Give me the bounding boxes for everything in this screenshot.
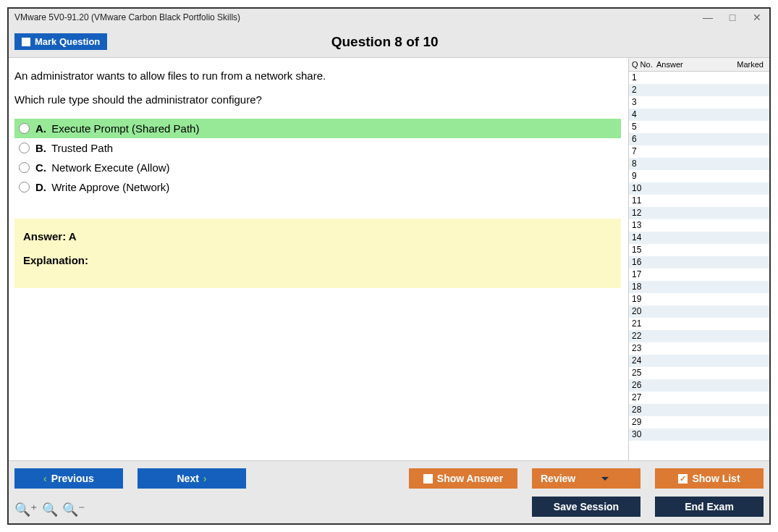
- checkbox-icon: [423, 474, 433, 484]
- row-number: 14: [632, 232, 654, 244]
- row-number: 30: [632, 428, 654, 441]
- previous-button[interactable]: ‹ Previous: [14, 468, 123, 489]
- question-list[interactable]: 1234567891011121314151617181920212223242…: [629, 72, 769, 460]
- show-list-label: Show List: [692, 473, 740, 484]
- question-list-row[interactable]: 2: [629, 84, 769, 96]
- button-row-2: 🔍⁺ 🔍 🔍⁻ Save Session End Exam: [14, 496, 764, 518]
- question-list-row[interactable]: 22: [629, 330, 769, 342]
- review-button[interactable]: Review: [532, 468, 640, 489]
- question-list-row[interactable]: 19: [629, 293, 769, 305]
- next-label: Next: [177, 473, 198, 484]
- window-controls: — □ ✕: [701, 12, 764, 23]
- next-button[interactable]: Next ›: [138, 468, 246, 489]
- question-list-row[interactable]: 8: [629, 158, 769, 170]
- question-list-row[interactable]: 6: [629, 133, 769, 145]
- question-text: An administrator wants to allow files to…: [14, 68, 621, 116]
- option-A[interactable]: A. Execute Prompt (Shared Path): [14, 119, 621, 138]
- minimize-icon[interactable]: —: [701, 12, 714, 23]
- row-number: 26: [632, 379, 654, 392]
- question-list-row[interactable]: 23: [629, 342, 769, 355]
- question-line-1: An administrator wants to allow files to…: [14, 68, 621, 83]
- question-list-row[interactable]: 24: [629, 355, 769, 367]
- question-list-row[interactable]: 7: [629, 145, 769, 158]
- row-number: 28: [632, 404, 654, 416]
- end-exam-label: End Exam: [685, 501, 734, 512]
- question-list-row[interactable]: 13: [629, 219, 769, 232]
- question-list-row[interactable]: 1: [629, 72, 769, 84]
- close-icon[interactable]: ✕: [750, 12, 764, 23]
- question-list-row[interactable]: 29: [629, 416, 769, 428]
- question-list-row[interactable]: 25: [629, 367, 769, 379]
- zoom-reset-icon[interactable]: 🔍: [42, 502, 58, 518]
- save-session-button[interactable]: Save Session: [532, 497, 640, 517]
- question-list-row[interactable]: 16: [629, 256, 769, 269]
- row-number: 20: [632, 305, 654, 318]
- question-list-row[interactable]: 30: [629, 428, 769, 441]
- option-text: B. Trusted Path: [35, 142, 113, 154]
- show-answer-button[interactable]: Show Answer: [409, 468, 517, 489]
- question-list-row[interactable]: 18: [629, 281, 769, 293]
- question-list-row[interactable]: 11: [629, 195, 769, 207]
- row-number: 22: [632, 330, 654, 342]
- app-window: VMware 5V0-91.20 (VMware Carbon Black Po…: [7, 7, 771, 525]
- question-list-row[interactable]: 3: [629, 96, 769, 109]
- review-label: Review: [541, 473, 575, 484]
- col-marked: Marked: [730, 60, 766, 69]
- option-text: D. Write Approve (Network): [35, 181, 169, 193]
- row-number: 19: [632, 293, 654, 305]
- option-D[interactable]: D. Write Approve (Network): [14, 177, 621, 197]
- question-list-row[interactable]: 4: [629, 109, 769, 121]
- option-B[interactable]: B. Trusted Path: [14, 138, 621, 158]
- radio-icon[interactable]: [19, 162, 30, 173]
- radio-icon[interactable]: [19, 123, 30, 134]
- question-list-row[interactable]: 10: [629, 182, 769, 195]
- question-list-row[interactable]: 15: [629, 244, 769, 256]
- question-list-row[interactable]: 9: [629, 170, 769, 182]
- row-number: 5: [632, 121, 654, 133]
- show-list-button[interactable]: ✓ Show List: [655, 468, 764, 489]
- row-number: 10: [632, 182, 654, 195]
- dropdown-icon: [601, 477, 609, 481]
- question-list-row[interactable]: 14: [629, 232, 769, 244]
- col-answer: Answer: [656, 60, 730, 69]
- row-number: 6: [632, 133, 654, 145]
- question-list-row[interactable]: 5: [629, 121, 769, 133]
- save-session-label: Save Session: [554, 501, 619, 512]
- header-bar: Mark Question Question 8 of 10: [9, 26, 769, 58]
- row-number: 13: [632, 219, 654, 232]
- row-number: 16: [632, 256, 654, 269]
- mark-question-button[interactable]: Mark Question: [14, 33, 107, 50]
- row-number: 24: [632, 355, 654, 367]
- body: An administrator wants to allow files to…: [9, 58, 769, 460]
- row-number: 1: [632, 72, 654, 84]
- row-number: 12: [632, 207, 654, 219]
- zoom-in-icon[interactable]: 🔍⁺: [14, 502, 38, 518]
- question-list-row[interactable]: 20: [629, 305, 769, 318]
- checkbox-icon: [22, 38, 30, 46]
- show-answer-label: Show Answer: [437, 473, 503, 484]
- option-C[interactable]: C. Network Execute (Allow): [14, 158, 621, 177]
- question-counter: Question 8 of 10: [107, 34, 662, 50]
- chevron-right-icon: ›: [203, 473, 207, 484]
- question-list-row[interactable]: 28: [629, 404, 769, 416]
- end-exam-button[interactable]: End Exam: [655, 497, 764, 517]
- chevron-left-icon: ‹: [43, 473, 47, 484]
- row-number: 4: [632, 109, 654, 121]
- question-list-row[interactable]: 26: [629, 379, 769, 392]
- explanation-label: Explanation:: [23, 254, 612, 266]
- row-number: 29: [632, 416, 654, 428]
- maximize-icon[interactable]: □: [726, 12, 739, 23]
- question-list-row[interactable]: 21: [629, 318, 769, 330]
- button-row-1: ‹ Previous Next › Show Answer Review ✓ S…: [14, 468, 764, 489]
- question-list-row[interactable]: 17: [629, 269, 769, 281]
- question-line-2: Which rule type should the administrator…: [14, 92, 621, 107]
- row-number: 21: [632, 318, 654, 330]
- answer-panel: Answer: A Explanation:: [14, 219, 621, 288]
- radio-icon[interactable]: [19, 182, 30, 193]
- zoom-out-icon[interactable]: 🔍⁻: [62, 502, 85, 518]
- question-list-row[interactable]: 27: [629, 392, 769, 404]
- radio-icon[interactable]: [19, 143, 30, 153]
- row-number: 9: [632, 170, 654, 182]
- mark-question-label: Mark Question: [35, 36, 100, 47]
- question-list-row[interactable]: 12: [629, 207, 769, 219]
